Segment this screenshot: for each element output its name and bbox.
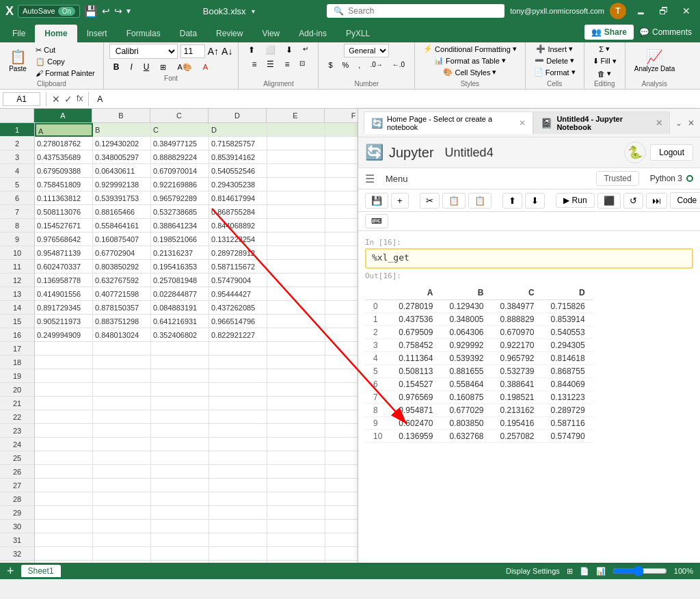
trusted-badge[interactable]: Trusted <box>596 171 638 186</box>
fill-button[interactable]: ⬇Fill ▾ <box>590 56 619 66</box>
cell-F32[interactable] <box>325 547 358 561</box>
cell-A21[interactable] <box>35 397 93 410</box>
font-grow-icon[interactable]: A↑ <box>208 46 219 57</box>
cell-type-select[interactable]: Code Markdown <box>670 192 700 209</box>
cell-B9[interactable]: 0.160875407 <box>93 232 151 246</box>
number-format-select[interactable]: General <box>344 44 389 57</box>
cell-A19[interactable] <box>35 369 93 383</box>
cell-E29[interactable] <box>267 506 325 520</box>
cell-C25[interactable] <box>151 451 209 465</box>
cancel-formula-icon[interactable]: ✕ <box>52 94 60 105</box>
cell-E5[interactable] <box>267 178 325 191</box>
tab-insert[interactable]: Insert <box>77 25 117 42</box>
cell-E3[interactable] <box>267 150 325 164</box>
jupyter-tab-home[interactable]: 🔄 Home Page - Select or create a noteboo… <box>364 111 533 134</box>
cell-F14[interactable] <box>325 301 358 315</box>
copy-cell-button[interactable]: 📋 <box>442 193 466 209</box>
row-num-1[interactable]: 1 <box>0 123 34 137</box>
cell-E9[interactable] <box>267 232 325 246</box>
cell-A13[interactable]: 0.414901556 <box>35 287 93 301</box>
panel-close-button[interactable]: ✕ <box>688 118 695 128</box>
search-box[interactable]: 🔍 <box>327 4 504 18</box>
row-num-22[interactable]: 22 <box>0 410 34 424</box>
align-right-button[interactable]: ≡ <box>280 58 293 70</box>
jupyter-tab-notebook[interactable]: 📓 Untitled4 - Jupyter Notebook ✕ <box>533 111 670 134</box>
row-num-26[interactable]: 26 <box>0 465 34 479</box>
cell-C6[interactable]: 0.965792289 <box>151 191 209 205</box>
cell-B19[interactable] <box>93 369 151 383</box>
cell-E10[interactable] <box>267 246 325 260</box>
tab-review[interactable]: Review <box>206 25 252 42</box>
panel-collapse-button[interactable]: ⌄ <box>675 118 682 128</box>
cell-F25[interactable] <box>325 451 358 465</box>
comma-button[interactable]: , <box>354 59 364 70</box>
cell-B18[interactable] <box>93 356 151 369</box>
cell-C2[interactable]: 0.384977125 <box>151 137 209 150</box>
search-input[interactable] <box>348 6 498 16</box>
cell-E11[interactable] <box>267 260 325 274</box>
save-notebook-button[interactable]: 💾 <box>365 193 388 209</box>
add-cell-button[interactable]: + <box>391 193 409 209</box>
cell-B32[interactable] <box>93 547 151 561</box>
cell-D19[interactable] <box>209 369 267 383</box>
cell-A5[interactable]: 0.758451809 <box>35 178 93 191</box>
border-button[interactable]: ⊞ <box>156 62 170 73</box>
formula-input[interactable] <box>94 93 697 105</box>
logout-button[interactable]: Logout <box>650 144 693 161</box>
cell-D1[interactable]: D <box>209 123 267 137</box>
cell-B21[interactable] <box>93 397 151 410</box>
currency-button[interactable]: $ <box>324 59 336 70</box>
cell-F16[interactable] <box>325 328 358 342</box>
cell-D9[interactable]: 0.131223254 <box>209 232 267 246</box>
cell-E1[interactable] <box>267 123 325 137</box>
close-home-tab-button[interactable]: ✕ <box>519 118 526 128</box>
cell-styles-button[interactable]: 🎨 Cell Styles ▾ <box>440 67 499 77</box>
decrease-decimal-button[interactable]: ←.0 <box>388 59 409 70</box>
cell-E28[interactable] <box>267 492 325 506</box>
paste-button[interactable]: 📋 Paste <box>5 48 30 75</box>
tab-home[interactable]: Home <box>35 25 77 42</box>
conditional-formatting-button[interactable]: ⚡ Conditional Formatting ▾ <box>420 44 520 54</box>
cell-A27[interactable] <box>35 479 93 492</box>
cell-C4[interactable]: 0.670970014 <box>151 164 209 178</box>
col-header-F[interactable]: F <box>325 109 358 122</box>
confirm-formula-icon[interactable]: ✓ <box>64 94 72 105</box>
row-num-20[interactable]: 20 <box>0 383 34 397</box>
cell-C13[interactable]: 0.022844877 <box>151 287 209 301</box>
insert-button[interactable]: ➕ Insert ▾ <box>533 44 576 54</box>
cell-A18[interactable] <box>35 356 93 369</box>
cell-B12[interactable]: 0.632767592 <box>93 274 151 287</box>
cell-E24[interactable] <box>267 438 325 451</box>
cell-A11[interactable]: 0.602470337 <box>35 260 93 274</box>
col-header-B[interactable]: B <box>92 109 150 122</box>
italic-button[interactable]: I <box>126 61 136 73</box>
align-center-button[interactable]: ☰ <box>262 58 278 70</box>
col-header-E[interactable]: E <box>267 109 325 122</box>
cell-B5[interactable]: 0.929992138 <box>93 178 151 191</box>
move-up-button[interactable]: ⬆ <box>502 193 522 209</box>
zoom-slider[interactable] <box>612 565 667 576</box>
row-num-12[interactable]: 12 <box>0 274 34 287</box>
cell-C19[interactable] <box>151 369 209 383</box>
cell-B20[interactable] <box>93 383 151 397</box>
row-num-4[interactable]: 4 <box>0 164 34 178</box>
cell-C7[interactable]: 0.532738685 <box>151 205 209 219</box>
cell-B28[interactable] <box>93 492 151 506</box>
restart-button[interactable]: ↺ <box>623 193 643 209</box>
page-layout-icon[interactable]: 📄 <box>580 567 589 576</box>
cell-E31[interactable] <box>267 533 325 547</box>
cell-A25[interactable] <box>35 451 93 465</box>
format-painter-button[interactable]: 🖌Format Painter <box>33 68 98 78</box>
cell-C16[interactable]: 0.352406802 <box>151 328 209 342</box>
cell-E4[interactable] <box>267 164 325 178</box>
wrap-text-button[interactable]: ↵ <box>299 44 312 56</box>
cell-D33[interactable] <box>209 561 267 563</box>
cell-E30[interactable] <box>267 520 325 533</box>
cell-A30[interactable] <box>35 520 93 533</box>
cell-D6[interactable]: 0.814617994 <box>209 191 267 205</box>
cell-B26[interactable] <box>93 465 151 479</box>
cell-D31[interactable] <box>209 533 267 547</box>
cell-E22[interactable] <box>267 410 325 424</box>
cell-A6[interactable]: 0.111363812 <box>35 191 93 205</box>
cell-B4[interactable]: 0.06430611 <box>93 164 151 178</box>
